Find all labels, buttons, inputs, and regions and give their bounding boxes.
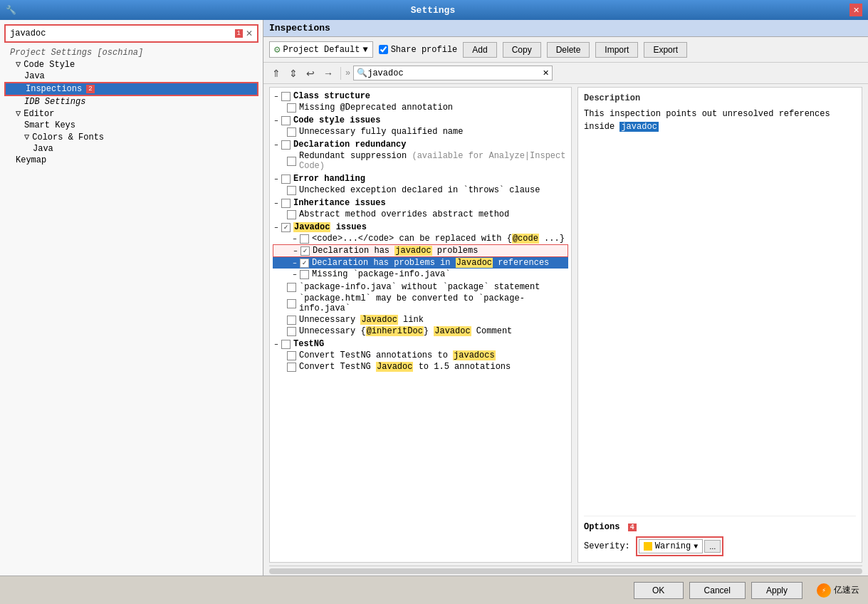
search-clear-button[interactable]: ✕ [243,28,256,38]
severity-row: Severity: Warning ▼ ... [584,536,856,556]
severity-select-wrapper[interactable]: Warning ▼ [639,539,703,553]
check-abstract-override[interactable] [287,210,296,219]
item-unnecessary-javadoc-link[interactable]: Unnecessary Javadoc link [273,314,568,326]
toolbar-btn-2[interactable]: ⇕ [286,66,300,80]
check-unnecessary-javadoc-link[interactable] [287,316,296,325]
share-profile-checkbox[interactable] [379,45,388,54]
group-header-decl-red[interactable]: – Declaration redundancy [273,139,568,150]
sidebar-item-smart-keys[interactable]: Smart Keys [4,120,258,131]
item-package-info-no-stmt[interactable]: `package-info.java` without `package` st… [273,281,568,293]
cancel-button[interactable]: Cancel [689,582,746,599]
group-header-code-style[interactable]: – Code style issues [273,115,568,126]
horizontal-scrollbar[interactable] [269,566,862,576]
group-inheritance-issues: – Inheritance issues Abstract method ove… [273,197,568,220]
group-check-ji[interactable] [281,223,291,232]
item-redundant-suppression[interactable]: Redundant suppression (available for Ana… [273,150,568,172]
sidebar-item-inspections[interactable]: Inspections 2 [4,82,258,96]
sidebar-item-keymap[interactable]: Keymap [4,155,258,166]
code-style-label: Code Style [23,60,75,70]
search-input[interactable] [7,27,234,40]
check-missing-deprecated[interactable] [287,103,296,113]
search-icon: » [345,68,350,78]
search-in-tree-container: 🔍 ✕ [353,66,553,80]
item-missing-deprecated[interactable]: Missing @Deprecated annotation [273,102,568,113]
group-check-testng[interactable] [281,340,291,349]
sidebar-item-idb-settings[interactable]: IDB Settings [4,96,258,108]
group-check-dr[interactable] [281,140,291,150]
group-header-testng[interactable]: – TestNG [273,338,568,350]
severity-more-button[interactable]: ... [704,540,721,553]
check-decl-javadoc-references[interactable] [300,259,309,268]
ok-button[interactable]: OK [634,582,684,599]
project-settings-label: Project Settings [oschina] [4,47,258,58]
label-unchecked-exception: Unchecked exception declared in `throws`… [299,185,540,195]
group-expand-ii: – [274,199,278,207]
export-button[interactable]: Export [644,42,687,58]
profile-icon: ⚙ [274,43,280,56]
check-convert-testng-javadoc[interactable] [287,363,296,372]
item-convert-testng-annotations[interactable]: Convert TestNG annotations to javadocs [273,350,568,361]
colors-fonts-label: Colors & Fonts [32,132,104,142]
item-unchecked-exception[interactable]: Unchecked exception declared in `throws`… [273,184,568,196]
toolbar-btn-3[interactable]: ↩ [303,66,318,80]
label-missing-package-java: Missing `package-info.java` [312,269,450,279]
item-unnecessary-fqn[interactable]: Unnecessary fully qualified name [273,126,568,137]
expand-icon-cf: ▽ [24,132,29,142]
content-area: – Class structure Missing @Deprecated an… [263,84,868,566]
group-header-eh[interactable]: – Error handling [273,173,568,184]
sidebar-item-colors-fonts[interactable]: ▽ Colors & Fonts [4,131,258,143]
add-button[interactable]: Add [463,42,496,58]
tree-search-input[interactable] [367,68,543,78]
group-header-ii[interactable]: – Inheritance issues [273,197,568,209]
group-check-eh[interactable] [281,175,291,184]
check-convert-testng-annotations[interactable] [287,351,296,360]
import-button[interactable]: Import [595,42,638,58]
profile-dropdown[interactable]: ⚙ Project Default ▼ [269,41,373,58]
check-unnecessary-fqn[interactable] [287,127,296,137]
toolbar-btn-4[interactable]: → [320,66,336,80]
profile-arrow: ▼ [362,45,367,55]
item-abstract-override[interactable]: Abstract method overrides abstract metho… [273,209,568,220]
java-cf-label: Java [33,144,53,154]
check-decl-javadoc-problems[interactable] [300,246,310,256]
options-label: Options 4 [584,522,856,532]
item-missing-package-java[interactable]: – Missing `package-info.java` [273,269,568,280]
check-redundant-suppression[interactable] [287,157,296,166]
item-code-replaced[interactable]: – <code>...</code> can be replaced with … [273,233,568,244]
group-check-ii[interactable] [281,199,291,208]
group-header-ji[interactable]: – Javadoc issues [273,222,568,233]
check-package-info-no-stmt[interactable] [287,283,296,292]
share-profile-checkbox-label[interactable]: Share profile [379,45,458,55]
item-decl-javadoc-references[interactable]: – Declaration has problems in Javadoc re… [273,257,568,269]
sidebar-item-java-cf[interactable]: Java [4,143,258,155]
check-missing-package-java[interactable] [300,270,309,279]
copy-button[interactable]: Copy [503,42,541,58]
group-expand-eh: – [274,175,278,183]
description-panel: Description This inspection points out u… [577,87,862,563]
check-package-html-convert[interactable] [287,299,296,308]
toolbar: ⇑ ⇕ ↩ → » 🔍 ✕ [263,63,868,84]
apply-button[interactable]: Apply [751,582,802,599]
logo-icon: ⚡ [817,583,831,598]
sidebar-item-java-cs[interactable]: Java [4,71,258,82]
delete-button[interactable]: Delete [547,42,590,58]
group-header-class-structure[interactable]: – Class structure [273,90,568,102]
severity-dropdown-arrow: ▼ [694,543,698,551]
check-unchecked-exception[interactable] [287,186,296,195]
group-check-class[interactable] [281,92,291,101]
sidebar-item-code-style[interactable]: ▽ Code Style [4,58,258,71]
check-code-replaced[interactable] [300,234,309,244]
check-unnecessary-inheritdoc[interactable] [287,327,296,336]
group-check-csi[interactable] [281,116,291,125]
sidebar-item-editor[interactable]: ▽ Editor [4,108,258,120]
item-package-html-convert[interactable]: `package.html` may be converted to `pack… [273,293,568,314]
close-button[interactable]: ✕ [849,4,862,16]
inspection-tree[interactable]: – Class structure Missing @Deprecated an… [269,87,572,563]
item-decl-javadoc-problems[interactable]: – Declaration has javadoc problems [273,244,568,257]
tree-search-clear[interactable]: ✕ [543,68,549,78]
toolbar-btn-1[interactable]: ⇑ [269,66,283,80]
group-label-ii: Inheritance issues [293,198,386,208]
item-convert-testng-javadoc[interactable]: Convert TestNG Javadoc to 1.5 annotation… [273,361,568,373]
item-unnecessary-inheritdoc[interactable]: Unnecessary {@inheritDoc} Javadoc Commen… [273,326,568,337]
group-plain-items: `package-info.java` without `package` st… [273,281,568,337]
